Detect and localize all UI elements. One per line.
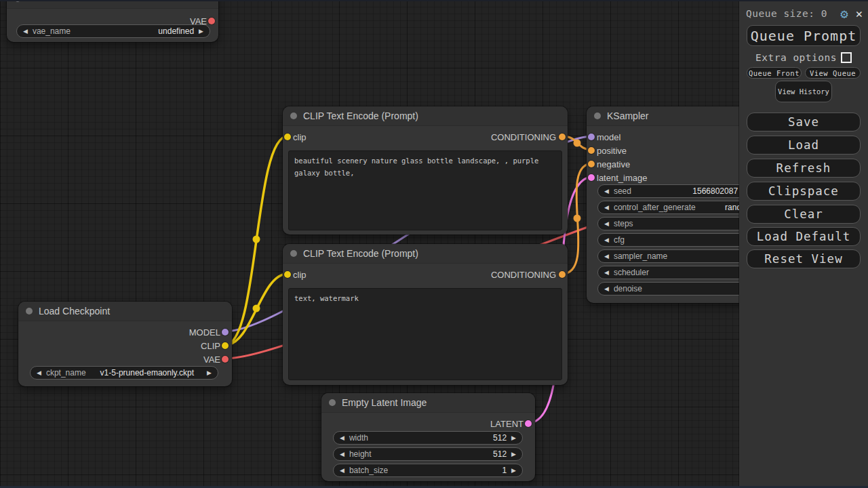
widget-label: sampler_name <box>614 251 667 261</box>
output-slot-vae-icon[interactable] <box>222 356 229 363</box>
decrement-arrow-icon[interactable]: ◀ <box>340 468 344 474</box>
output-slot-label: CONDITIONING <box>491 132 556 142</box>
vae-name-widget[interactable]: ◀ vae_name undefined ▶ <box>16 24 210 38</box>
decrement-arrow-icon[interactable]: ◀ <box>37 370 41 376</box>
output-slot-clip-icon[interactable] <box>222 342 229 349</box>
reset-view-button[interactable]: Reset View <box>747 249 861 268</box>
queue-menu-panel: Queue size: 0 ⚙ ✕ Queue Prompt Extra opt… <box>739 0 868 488</box>
widget-value: undefined <box>158 26 194 36</box>
output-slot-label: CLIP <box>201 341 220 351</box>
node-load-vae[interactable]: VAE ◀ vae_name undefined ▶ <box>7 0 218 42</box>
decrement-arrow-icon[interactable]: ◀ <box>340 435 344 441</box>
widget-label: steps <box>614 219 633 228</box>
input-slot-clip-icon[interactable] <box>284 271 291 278</box>
collapse-dot-icon[interactable] <box>594 113 601 119</box>
comfyui-app: VAE ◀ vae_name undefined ▶ CLIP Text Enc… <box>0 0 868 488</box>
decrement-arrow-icon[interactable]: ◀ <box>604 253 609 260</box>
input-slot-negative-icon[interactable] <box>588 161 595 167</box>
decrement-arrow-icon[interactable]: ◀ <box>604 270 609 276</box>
decrement-arrow-icon[interactable]: ◀ <box>604 188 609 195</box>
node-title: Load Checkpoint <box>39 306 110 317</box>
widget-label: denoise <box>614 284 642 293</box>
widget-label: height <box>349 449 372 459</box>
extra-options-label: Extra options <box>755 52 837 63</box>
node-header[interactable]: CLIP Text Encode (Prompt) <box>283 244 568 264</box>
input-slot-label: clip <box>293 132 307 142</box>
node-clip-text-encode-positive[interactable]: CLIP Text Encode (Prompt) clip CONDITION… <box>283 106 568 235</box>
widget-label: vae_name <box>33 26 71 36</box>
close-icon[interactable]: ✕ <box>856 8 863 20</box>
input-slot-label: positive <box>597 146 627 156</box>
node-title: KSampler <box>607 110 648 121</box>
widget-label: scheduler <box>614 268 649 277</box>
node-header[interactable]: Load Checkpoint <box>18 302 232 321</box>
extra-options-checkbox[interactable] <box>841 52 852 63</box>
output-slot-model-icon[interactable] <box>222 329 229 336</box>
node-title: Empty Latent Image <box>342 397 427 408</box>
increment-arrow-icon[interactable]: ▶ <box>511 451 516 458</box>
queue-size-value: 0 <box>821 8 827 19</box>
load-default-button[interactable]: Load Default <box>747 227 861 246</box>
node-load-checkpoint[interactable]: Load Checkpoint MODEL CLIP VAE ◀ ckpt_na… <box>18 302 232 386</box>
collapse-dot-icon[interactable] <box>290 113 297 119</box>
clipspace-button[interactable]: Clipspace <box>747 182 861 201</box>
widget-value: 1 <box>502 466 507 475</box>
load-button[interactable]: Load <box>747 136 861 155</box>
queue-front-button[interactable]: Queue Front <box>747 67 802 79</box>
node-header[interactable]: Empty Latent Image <box>321 393 535 413</box>
input-slot-positive-icon[interactable] <box>588 147 595 154</box>
collapse-dot-icon[interactable] <box>290 250 297 257</box>
view-history-button[interactable]: View History <box>775 81 832 102</box>
output-slot-vae-icon[interactable] <box>208 18 215 24</box>
widget-value: v1-5-pruned-emaonly.ckpt <box>100 368 195 378</box>
view-queue-button[interactable]: View Queue <box>805 67 861 79</box>
decrement-arrow-icon[interactable]: ◀ <box>604 221 609 227</box>
batch-size-widget[interactable]: ◀ batch_size 1 ▶ <box>333 464 523 477</box>
ckpt-name-widget[interactable]: ◀ ckpt_name v1-5-pruned-emaonly.ckpt ▶ <box>30 366 218 380</box>
increment-arrow-icon[interactable]: ▶ <box>511 468 516 474</box>
output-slot-label: CONDITIONING <box>491 270 556 280</box>
height-widget[interactable]: ◀ height 512 ▶ <box>333 447 523 461</box>
decrement-arrow-icon[interactable]: ◀ <box>604 286 609 292</box>
decrement-arrow-icon[interactable]: ◀ <box>23 28 28 35</box>
settings-gear-icon[interactable]: ⚙ <box>840 7 848 20</box>
clear-button[interactable]: Clear <box>747 205 861 224</box>
input-slot-label: negative <box>597 159 630 169</box>
input-slot-clip-icon[interactable] <box>284 134 291 140</box>
widget-value: 512 <box>493 433 507 443</box>
decrement-arrow-icon[interactable]: ◀ <box>340 451 344 458</box>
save-button[interactable]: Save <box>747 113 861 131</box>
node-clip-text-encode-negative[interactable]: CLIP Text Encode (Prompt) clip CONDITION… <box>283 244 568 385</box>
top-edge-divider <box>0 0 868 1</box>
widget-label: cfg <box>614 235 625 245</box>
collapse-dot-icon[interactable] <box>329 399 336 406</box>
node-empty-latent-image[interactable]: Empty Latent Image LATENT ◀ width 512 ▶ … <box>321 393 535 481</box>
increment-arrow-icon[interactable]: ▶ <box>199 28 203 35</box>
node-header[interactable]: CLIP Text Encode (Prompt) <box>283 106 568 126</box>
decrement-arrow-icon[interactable]: ◀ <box>604 237 609 243</box>
refresh-button[interactable]: Refresh <box>747 159 861 178</box>
widget-label: width <box>349 433 368 443</box>
decrement-arrow-icon[interactable]: ◀ <box>604 205 609 211</box>
increment-arrow-icon[interactable]: ▶ <box>511 435 516 441</box>
input-slot-latent-image-icon[interactable] <box>588 174 595 181</box>
output-slot-conditioning-icon[interactable] <box>559 134 566 140</box>
output-slot-conditioning-icon[interactable] <box>559 271 566 278</box>
output-slot-latent-icon[interactable] <box>525 420 532 427</box>
widget-label: batch_size <box>349 466 388 475</box>
collapse-dot-icon[interactable] <box>26 308 33 314</box>
input-slot-label: model <box>597 132 620 142</box>
prompt-textarea[interactable]: text, watermark <box>288 288 562 380</box>
input-slot-label: latent_image <box>597 173 647 183</box>
queue-size-label: Queue size: 0 <box>746 8 827 19</box>
output-slot-label: VAE <box>203 354 220 365</box>
input-slot-model-icon[interactable] <box>588 134 595 140</box>
widget-label: seed <box>614 186 631 196</box>
width-widget[interactable]: ◀ width 512 ▶ <box>333 431 523 445</box>
output-slot-label: MODEL <box>189 327 220 338</box>
queue-prompt-button[interactable]: Queue Prompt <box>747 25 861 46</box>
widget-label: ckpt_name <box>46 368 86 378</box>
increment-arrow-icon[interactable]: ▶ <box>207 370 212 376</box>
prompt-textarea[interactable]: beautiful scenery nature glass bottle la… <box>288 150 562 230</box>
input-slot-label: clip <box>293 270 307 280</box>
